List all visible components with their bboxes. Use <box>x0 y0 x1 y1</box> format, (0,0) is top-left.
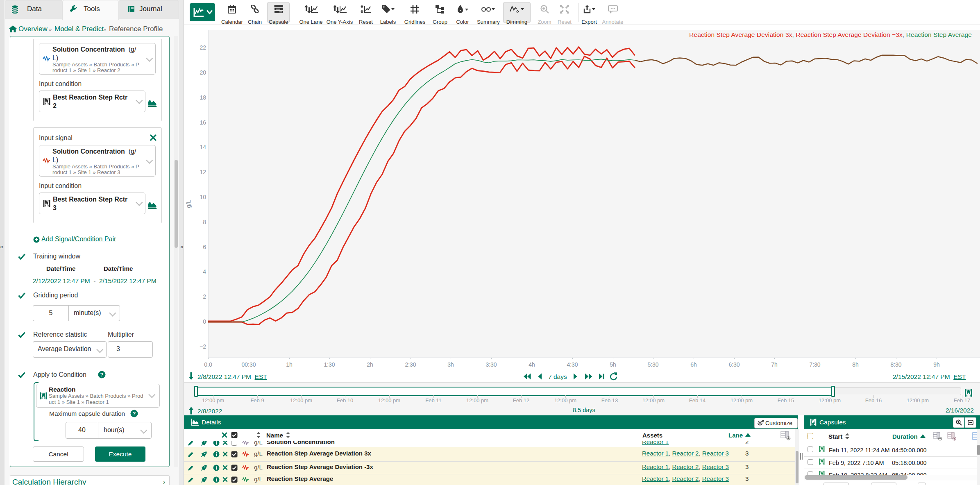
svg-text:?: ? <box>133 410 136 417</box>
svg-text:?: ? <box>100 372 104 378</box>
